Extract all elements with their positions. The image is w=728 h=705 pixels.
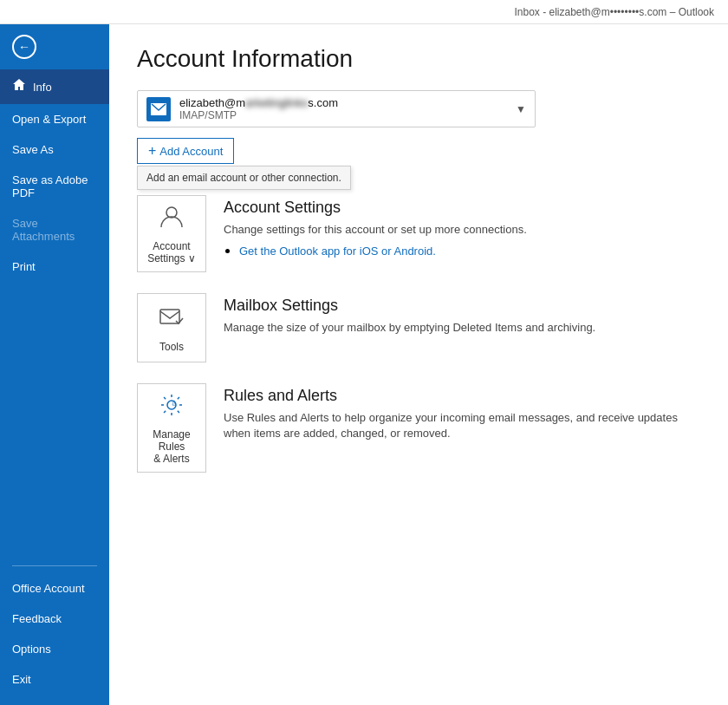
- sidebar-item-save-attachments: Save Attachments: [0, 208, 109, 251]
- add-account-label: Add Account: [159, 145, 223, 158]
- sidebar-item-exit[interactable]: Exit: [0, 664, 109, 695]
- back-button[interactable]: ←: [0, 24, 109, 69]
- options-label: Options: [12, 643, 51, 656]
- home-icon: [12, 78, 26, 95]
- sidebar: ← Info Open & Export Save As Save as Ado…: [0, 24, 109, 705]
- main-content: Account Information elizabeth@marketingl…: [109, 24, 728, 705]
- sidebar-divider: [12, 565, 97, 566]
- rules-alerts-title: Rules and Alerts: [224, 387, 700, 405]
- sidebar-item-print[interactable]: Print: [0, 251, 109, 282]
- account-settings-description: Change settings for this account or set …: [224, 222, 700, 238]
- save-attachments-label: Save Attachments: [12, 217, 97, 243]
- account-email-icon: [146, 97, 171, 121]
- add-account-button[interactable]: + Add Account: [137, 138, 234, 164]
- print-label: Print: [12, 260, 36, 273]
- sidebar-bottom: Office Account Feedback Options Exit: [0, 558, 109, 705]
- exit-label: Exit: [12, 673, 31, 686]
- sidebar-item-save-adobe[interactable]: Save as Adobe PDF: [0, 165, 109, 208]
- sidebar-item-options[interactable]: Options: [0, 634, 109, 664]
- save-as-label: Save As: [12, 143, 54, 156]
- account-settings-section: Account Settings ∨ Account Settings Chan…: [137, 188, 700, 272]
- outlook-app-link[interactable]: Get the Outlook app for iOS or Android.: [239, 245, 436, 258]
- sidebar-item-info[interactable]: Info: [0, 69, 109, 104]
- rules-alerts-content: Rules and Alerts Use Rules and Alerts to…: [224, 383, 700, 447]
- account-type: IMAP/SMTP: [179, 109, 516, 121]
- account-settings-label: Account Settings ∨: [147, 240, 196, 264]
- title-bar: Inbox - elizabeth@m••••••••s.com – Outlo…: [0, 0, 728, 24]
- account-info: elizabeth@marketinglinkss.com IMAP/SMTP: [179, 96, 516, 121]
- feedback-label: Feedback: [12, 612, 62, 625]
- page-title: Account Information: [137, 45, 700, 73]
- rules-alerts-description: Use Rules and Alerts to help organize yo…: [224, 410, 700, 441]
- account-settings-button[interactable]: Account Settings ∨: [137, 195, 206, 272]
- sidebar-item-feedback[interactable]: Feedback: [0, 604, 109, 634]
- open-export-label: Open & Export: [12, 113, 86, 126]
- rules-label: Manage Rules & Alerts: [141, 428, 202, 465]
- mailbox-settings-button[interactable]: Tools: [137, 293, 206, 362]
- app-body: ← Info Open & Export Save As Save as Ado…: [0, 24, 728, 705]
- svg-point-1: [166, 207, 177, 218]
- account-settings-icon: [158, 203, 185, 237]
- account-settings-title: Account Settings: [224, 199, 700, 217]
- add-account-wrapper: + Add Account Add an email account or ot…: [137, 138, 234, 171]
- plus-icon: +: [148, 143, 156, 159]
- email-blurred: arketinglinks: [245, 96, 308, 109]
- dropdown-arrow-icon: ▼: [516, 103, 526, 115]
- rules-alerts-button[interactable]: Manage Rules & Alerts: [137, 383, 206, 473]
- account-selector[interactable]: elizabeth@marketinglinkss.com IMAP/SMTP …: [137, 90, 536, 127]
- rules-icon: [158, 391, 185, 425]
- sidebar-item-open-export[interactable]: Open & Export: [0, 104, 109, 134]
- info-label: Info: [33, 81, 52, 94]
- sidebar-item-save-as[interactable]: Save As: [0, 134, 109, 165]
- mailbox-settings-title: Mailbox Settings: [224, 297, 700, 315]
- mailbox-settings-content: Mailbox Settings Manage the size of your…: [224, 293, 700, 341]
- save-adobe-label: Save as Adobe PDF: [12, 173, 97, 199]
- sidebar-item-office-account[interactable]: Office Account: [0, 573, 109, 604]
- account-email: elizabeth@marketinglinkss.com: [179, 96, 516, 109]
- add-account-tooltip: Add an email account or other connection…: [137, 166, 351, 190]
- office-account-label: Office Account: [12, 582, 85, 595]
- account-settings-links: Get the Outlook app for iOS or Android.: [224, 243, 700, 258]
- back-icon: ←: [12, 35, 36, 59]
- mailbox-settings-section: Tools Mailbox Settings Manage the size o…: [137, 286, 700, 362]
- account-settings-content: Account Settings Change settings for thi…: [224, 195, 700, 262]
- tools-label: Tools: [159, 341, 184, 353]
- mailbox-settings-description: Manage the size of your mailbox by empty…: [224, 320, 700, 336]
- rules-alerts-section: Manage Rules & Alerts Rules and Alerts U…: [137, 376, 700, 473]
- tools-icon: [158, 304, 185, 337]
- title-bar-text: Inbox - elizabeth@m••••••••s.com – Outlo…: [514, 6, 714, 18]
